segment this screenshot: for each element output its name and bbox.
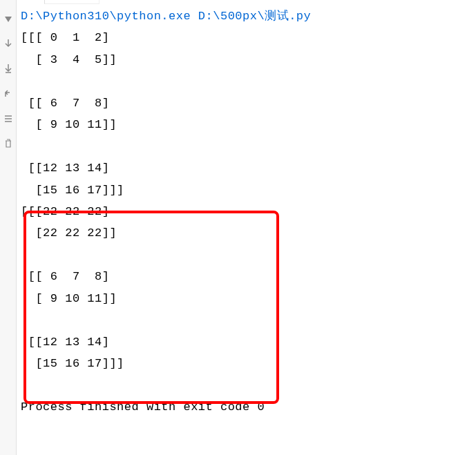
output-line (21, 244, 473, 266)
output-line: [[12 13 14] (21, 331, 473, 353)
command-line: D:\Python310\python.exe D:\500px\测试.py (21, 6, 473, 27)
exit-code-line: Process finished with exit code 0 (21, 396, 473, 418)
rerun-icon[interactable] (3, 14, 14, 25)
output-line (21, 309, 473, 331)
output-line: [[ 6 7 8] (21, 93, 473, 114)
output-line: [[12 13 14] (21, 157, 473, 179)
console-output[interactable]: D:\Python310\python.exe D:\500px\测试.py [… (17, 0, 476, 455)
output-line: [22 22 22]] (21, 222, 473, 244)
output-line (21, 136, 473, 157)
trash-icon[interactable] (3, 138, 14, 149)
output-line: [15 16 17]]] (21, 353, 473, 374)
wrap-icon[interactable] (3, 113, 14, 124)
output-line: [[[22 22 22] (21, 201, 473, 222)
output-line: [[ 6 7 8] (21, 266, 473, 287)
scroll-end-icon[interactable] (3, 64, 14, 75)
gutter-toolbar (0, 0, 17, 455)
blank-line (21, 374, 473, 396)
array-output-1: [[[ 0 1 2] [ 3 4 5]] [[ 6 7 8] [ 9 10 11… (21, 27, 473, 201)
output-line: [[[ 0 1 2] (21, 27, 473, 48)
array-output-2-highlighted: [[[22 22 22] [22 22 22]] [[ 6 7 8] [ 9 1… (21, 201, 473, 375)
output-line: [ 9 10 11]] (21, 114, 473, 135)
output-line: [15 16 17]]] (21, 180, 473, 201)
output-line: [ 9 10 11]] (21, 288, 473, 309)
up-icon[interactable] (3, 88, 14, 99)
tab-indicator (44, 0, 99, 4)
output-line: [ 3 4 5]] (21, 49, 473, 70)
output-line (21, 70, 473, 92)
step-down-icon[interactable] (3, 39, 14, 50)
